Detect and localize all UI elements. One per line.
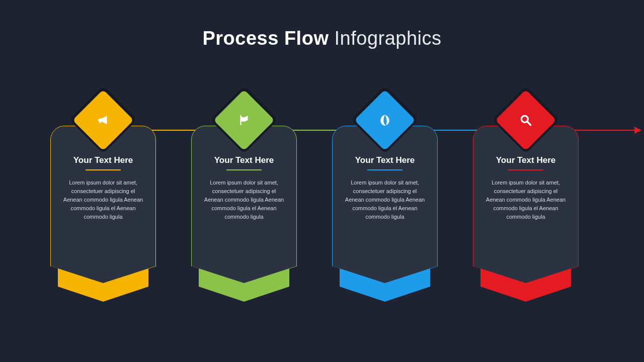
heading-underline (508, 169, 543, 170)
step-heading: Your Text Here (485, 155, 567, 165)
process-step: Your Text Here Lorem ipsum dolor sit ame… (468, 90, 584, 287)
step-heading: Your Text Here (203, 155, 285, 165)
heading-underline (226, 169, 262, 170)
heading-underline (86, 169, 121, 170)
step-body: Lorem ipsum dolor sit amet, consectetuer… (344, 178, 426, 221)
step-heading: Your Text Here (344, 155, 426, 165)
search-icon (513, 108, 538, 133)
step-body: Lorem ipsum dolor sit amet, consectetuer… (62, 178, 144, 221)
process-step: Your Text Here Lorem ipsum dolor sit ame… (327, 90, 443, 287)
flag-icon (231, 108, 257, 133)
title-light: Infographics (329, 28, 441, 49)
step-body: Lorem ipsum dolor sit amet, consectetuer… (203, 178, 285, 221)
steps-row: Your Text Here Lorem ipsum dolor sit ame… (45, 90, 634, 302)
slide-title: Process Flow Infographics (0, 28, 644, 49)
step-body: Lorem ipsum dolor sit amet, consectetuer… (485, 178, 567, 221)
process-step: Your Text Here Lorem ipsum dolor sit ame… (45, 90, 161, 287)
title-bold: Process Flow (202, 28, 329, 49)
process-step: Your Text Here Lorem ipsum dolor sit ame… (186, 90, 302, 287)
megaphone-icon (91, 108, 116, 133)
leaf-icon (372, 108, 397, 133)
heading-underline (367, 169, 403, 170)
step-heading: Your Text Here (62, 155, 144, 165)
